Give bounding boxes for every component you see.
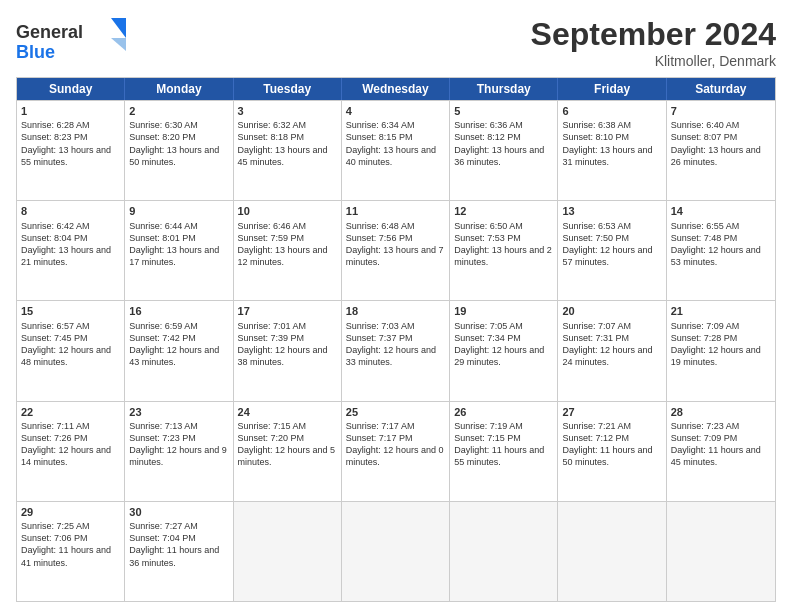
cell-info: Sunrise: 7:13 AMSunset: 7:23 PMDaylight:… [129, 420, 228, 469]
cell-3-mon: 16 Sunrise: 6:59 AMSunset: 7:42 PMDaylig… [125, 301, 233, 400]
cell-3-thu: 19 Sunrise: 7:05 AMSunset: 7:34 PMDaylig… [450, 301, 558, 400]
cell-1-mon: 2 Sunrise: 6:30 AMSunset: 8:20 PMDayligh… [125, 101, 233, 200]
cell-3-sun: 15 Sunrise: 6:57 AMSunset: 7:45 PMDaylig… [17, 301, 125, 400]
day-num: 27 [562, 405, 661, 419]
logo: General Blue [16, 16, 126, 64]
day-num: 26 [454, 405, 553, 419]
svg-text:Blue: Blue [16, 42, 55, 62]
day-num: 22 [21, 405, 120, 419]
header-tuesday: Tuesday [234, 78, 342, 100]
day-num: 13 [562, 204, 661, 218]
day-num: 19 [454, 304, 553, 318]
cell-4-sun: 22 Sunrise: 7:11 AMSunset: 7:26 PMDaylig… [17, 402, 125, 501]
cell-info: Sunrise: 7:23 AMSunset: 7:09 PMDaylight:… [671, 420, 771, 469]
week-row-4: 22 Sunrise: 7:11 AMSunset: 7:26 PMDaylig… [17, 401, 775, 501]
cell-2-sun: 8 Sunrise: 6:42 AMSunset: 8:04 PMDayligh… [17, 201, 125, 300]
month-title: September 2024 [531, 16, 776, 53]
header-monday: Monday [125, 78, 233, 100]
cell-5-fri-empty [558, 502, 666, 601]
cell-5-mon: 30 Sunrise: 7:27 AMSunset: 7:04 PMDaylig… [125, 502, 233, 601]
day-num: 24 [238, 405, 337, 419]
cell-info: Sunrise: 6:42 AMSunset: 8:04 PMDaylight:… [21, 220, 120, 269]
header: General Blue September 2024 Klitmoller, … [16, 16, 776, 69]
cell-3-sat: 21 Sunrise: 7:09 AMSunset: 7:28 PMDaylig… [667, 301, 775, 400]
day-num: 20 [562, 304, 661, 318]
cell-info: Sunrise: 7:03 AMSunset: 7:37 PMDaylight:… [346, 320, 445, 369]
cell-4-wed: 25 Sunrise: 7:17 AMSunset: 7:17 PMDaylig… [342, 402, 450, 501]
cell-5-sat-empty [667, 502, 775, 601]
cell-1-sun: 1 Sunrise: 6:28 AMSunset: 8:23 PMDayligh… [17, 101, 125, 200]
cell-3-fri: 20 Sunrise: 7:07 AMSunset: 7:31 PMDaylig… [558, 301, 666, 400]
day-num: 11 [346, 204, 445, 218]
cell-info: Sunrise: 7:27 AMSunset: 7:04 PMDaylight:… [129, 520, 228, 569]
cell-info: Sunrise: 6:36 AMSunset: 8:12 PMDaylight:… [454, 119, 553, 168]
cell-info: Sunrise: 7:21 AMSunset: 7:12 PMDaylight:… [562, 420, 661, 469]
title-section: September 2024 Klitmoller, Denmark [531, 16, 776, 69]
cell-info: Sunrise: 6:30 AMSunset: 8:20 PMDaylight:… [129, 119, 228, 168]
day-num: 28 [671, 405, 771, 419]
cell-1-thu: 5 Sunrise: 6:36 AMSunset: 8:12 PMDayligh… [450, 101, 558, 200]
day-num: 9 [129, 204, 228, 218]
cell-info: Sunrise: 6:44 AMSunset: 8:01 PMDaylight:… [129, 220, 228, 269]
cell-4-mon: 23 Sunrise: 7:13 AMSunset: 7:23 PMDaylig… [125, 402, 233, 501]
cell-5-thu-empty [450, 502, 558, 601]
cell-1-tue: 3 Sunrise: 6:32 AMSunset: 8:18 PMDayligh… [234, 101, 342, 200]
cell-info: Sunrise: 7:07 AMSunset: 7:31 PMDaylight:… [562, 320, 661, 369]
cell-info: Sunrise: 6:50 AMSunset: 7:53 PMDaylight:… [454, 220, 553, 269]
cell-4-thu: 26 Sunrise: 7:19 AMSunset: 7:15 PMDaylig… [450, 402, 558, 501]
day-num: 14 [671, 204, 771, 218]
cell-2-tue: 10 Sunrise: 6:46 AMSunset: 7:59 PMDaylig… [234, 201, 342, 300]
day-num: 4 [346, 104, 445, 118]
day-num: 23 [129, 405, 228, 419]
svg-marker-2 [111, 18, 126, 38]
cell-2-fri: 13 Sunrise: 6:53 AMSunset: 7:50 PMDaylig… [558, 201, 666, 300]
cell-info: Sunrise: 7:17 AMSunset: 7:17 PMDaylight:… [346, 420, 445, 469]
cell-info: Sunrise: 6:32 AMSunset: 8:18 PMDaylight:… [238, 119, 337, 168]
cell-2-thu: 12 Sunrise: 6:50 AMSunset: 7:53 PMDaylig… [450, 201, 558, 300]
cell-info: Sunrise: 6:59 AMSunset: 7:42 PMDaylight:… [129, 320, 228, 369]
header-saturday: Saturday [667, 78, 775, 100]
day-num: 29 [21, 505, 120, 519]
day-num: 30 [129, 505, 228, 519]
cell-info: Sunrise: 6:40 AMSunset: 8:07 PMDaylight:… [671, 119, 771, 168]
day-num: 3 [238, 104, 337, 118]
week-row-1: 1 Sunrise: 6:28 AMSunset: 8:23 PMDayligh… [17, 100, 775, 200]
calendar-body: 1 Sunrise: 6:28 AMSunset: 8:23 PMDayligh… [17, 100, 775, 601]
location: Klitmoller, Denmark [531, 53, 776, 69]
cell-2-sat: 14 Sunrise: 6:55 AMSunset: 7:48 PMDaylig… [667, 201, 775, 300]
cell-3-wed: 18 Sunrise: 7:03 AMSunset: 7:37 PMDaylig… [342, 301, 450, 400]
cell-3-tue: 17 Sunrise: 7:01 AMSunset: 7:39 PMDaylig… [234, 301, 342, 400]
svg-marker-3 [111, 38, 126, 51]
day-num: 6 [562, 104, 661, 118]
cell-info: Sunrise: 7:01 AMSunset: 7:39 PMDaylight:… [238, 320, 337, 369]
header-sunday: Sunday [17, 78, 125, 100]
day-num: 12 [454, 204, 553, 218]
page: General Blue September 2024 Klitmoller, … [0, 0, 792, 612]
svg-text:General: General [16, 22, 83, 42]
day-num: 18 [346, 304, 445, 318]
cell-info: Sunrise: 6:46 AMSunset: 7:59 PMDaylight:… [238, 220, 337, 269]
cell-info: Sunrise: 7:09 AMSunset: 7:28 PMDaylight:… [671, 320, 771, 369]
header-wednesday: Wednesday [342, 78, 450, 100]
cell-info: Sunrise: 6:38 AMSunset: 8:10 PMDaylight:… [562, 119, 661, 168]
cell-5-sun: 29 Sunrise: 7:25 AMSunset: 7:06 PMDaylig… [17, 502, 125, 601]
cell-info: Sunrise: 7:19 AMSunset: 7:15 PMDaylight:… [454, 420, 553, 469]
header-thursday: Thursday [450, 78, 558, 100]
day-num: 8 [21, 204, 120, 218]
calendar-header: Sunday Monday Tuesday Wednesday Thursday… [17, 78, 775, 100]
cell-2-wed: 11 Sunrise: 6:48 AMSunset: 7:56 PMDaylig… [342, 201, 450, 300]
cell-info: Sunrise: 7:15 AMSunset: 7:20 PMDaylight:… [238, 420, 337, 469]
cell-4-tue: 24 Sunrise: 7:15 AMSunset: 7:20 PMDaylig… [234, 402, 342, 501]
cell-info: Sunrise: 6:55 AMSunset: 7:48 PMDaylight:… [671, 220, 771, 269]
day-num: 21 [671, 304, 771, 318]
header-friday: Friday [558, 78, 666, 100]
day-num: 2 [129, 104, 228, 118]
day-num: 10 [238, 204, 337, 218]
day-num: 17 [238, 304, 337, 318]
day-num: 7 [671, 104, 771, 118]
cell-2-mon: 9 Sunrise: 6:44 AMSunset: 8:01 PMDayligh… [125, 201, 233, 300]
cell-info: Sunrise: 7:25 AMSunset: 7:06 PMDaylight:… [21, 520, 120, 569]
day-num: 5 [454, 104, 553, 118]
cell-info: Sunrise: 7:05 AMSunset: 7:34 PMDaylight:… [454, 320, 553, 369]
day-num: 15 [21, 304, 120, 318]
